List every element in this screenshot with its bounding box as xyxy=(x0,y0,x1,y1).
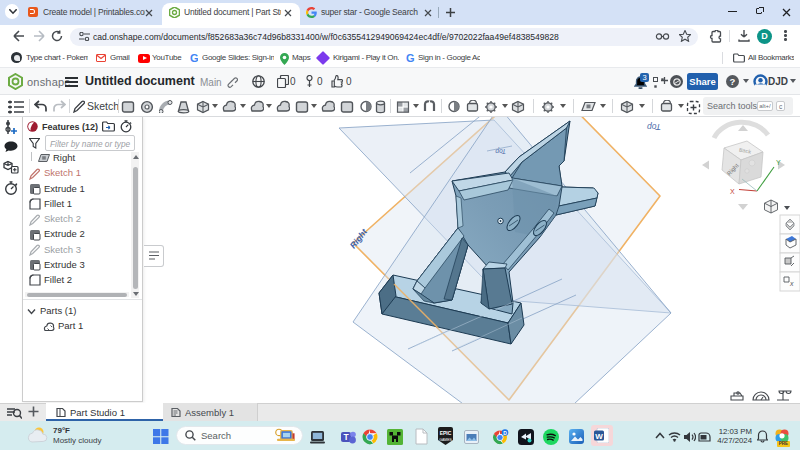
svg-text:GAMES: GAMES xyxy=(439,438,452,442)
svg-text:T: T xyxy=(343,432,349,442)
svg-text:W: W xyxy=(595,432,603,441)
svg-text:EPIC: EPIC xyxy=(440,430,452,436)
svg-text:D: D xyxy=(503,430,507,436)
